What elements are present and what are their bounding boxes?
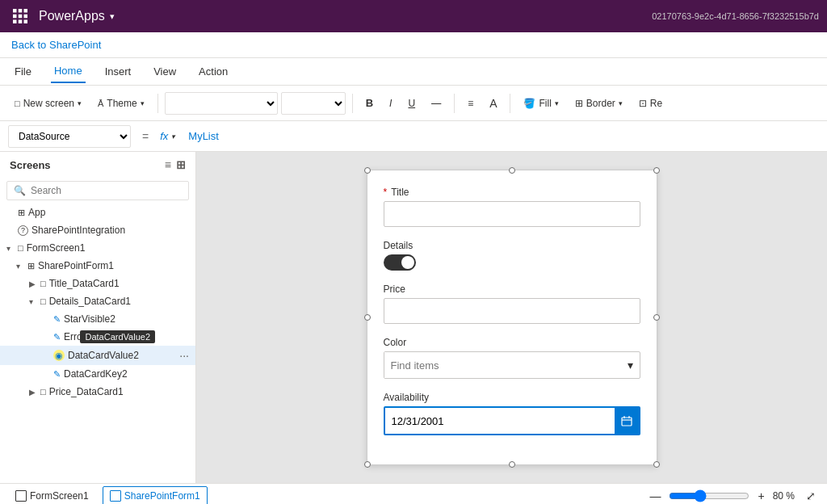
align-left-button[interactable]: ≡	[461, 90, 480, 116]
handle-top-right[interactable]	[653, 167, 660, 174]
bold-button[interactable]: B	[359, 90, 380, 116]
fx-label: fx	[160, 130, 168, 142]
app-chevron-icon[interactable]: ▾	[110, 11, 115, 22]
color-select-input[interactable]	[384, 352, 621, 378]
app-icon: ⊞	[18, 208, 25, 218]
tree-item-starvisible2[interactable]: ✎ StarVisible2	[0, 310, 195, 328]
formula-property-select[interactable]: DataSource	[9, 126, 130, 147]
strikethrough-button[interactable]: —	[425, 90, 447, 116]
more-options-icon[interactable]: ···	[179, 349, 189, 362]
zoom-slider[interactable]	[669, 489, 749, 502]
status-tab-formscreen1[interactable]: FormScreen1	[8, 486, 96, 505]
toggle-thumb	[401, 256, 414, 269]
list-view-icon[interactable]: ≡	[165, 158, 171, 171]
italic-button[interactable]: I	[383, 90, 398, 116]
price-input[interactable]	[384, 298, 640, 324]
screens-title: Screens	[10, 159, 51, 171]
svg-rect-8	[24, 20, 28, 24]
handle-top-center[interactable]	[509, 167, 515, 174]
tree-item-title-datacard1[interactable]: ▶ □ Title_DataCard1	[0, 275, 195, 292]
divider-1	[157, 94, 158, 113]
left-panel: Screens ≡ ⊞ 🔍 ⊞ App ? SharePointIntegrat…	[0, 152, 196, 483]
handle-top-left[interactable]	[364, 167, 371, 174]
title-datacard1-chevron-icon[interactable]: ▶	[29, 279, 37, 288]
title-bar: PowerApps ▾ 02170763-9e2c-4d71-8656-7f32…	[0, 0, 827, 32]
status-bar: FormScreen1 SharePointForm1 — + 80 % ⤢	[0, 483, 827, 504]
tree-item-formscreen1[interactable]: ▾ □ FormScreen1	[0, 239, 195, 257]
tree-area: ⊞ App ? SharePointIntegration ▾ □ FormSc…	[0, 204, 195, 483]
border-button[interactable]: ⊞ Border ▾	[569, 90, 629, 116]
app-grid-button[interactable]	[8, 4, 32, 28]
handle-mid-right[interactable]	[653, 314, 660, 321]
price-datacard1-chevron-icon[interactable]: ▶	[29, 388, 37, 397]
availability-field: Availability	[384, 392, 640, 435]
app-name: PowerApps ▾	[39, 9, 115, 23]
search-box: 🔍	[6, 181, 189, 200]
svg-rect-4	[19, 15, 23, 19]
tree-item-datacardvalue2[interactable]: ◉ DataCardValue2 ···	[0, 346, 195, 365]
datacardvalue2-icon: ◉	[53, 350, 65, 361]
underline-button[interactable]: U	[401, 90, 422, 116]
new-screen-button[interactable]: □ New screen ▾	[8, 90, 88, 116]
svg-rect-0	[13, 9, 17, 13]
tooltip-badge: DataCardValue2	[80, 330, 155, 343]
menu-action[interactable]: Action	[195, 61, 231, 82]
reorder-button[interactable]: ⊡ Re	[632, 90, 669, 116]
starvisible2-icon: ✎	[53, 314, 61, 325]
new-screen-icon: □	[15, 99, 20, 108]
color-select-container[interactable]: ▾	[384, 351, 640, 379]
menu-bar: File Home Insert View Action	[0, 58, 827, 86]
zoom-in-button[interactable]: +	[754, 488, 767, 504]
tree-item-sharepointintegration[interactable]: ? SharePointIntegration	[0, 221, 195, 239]
formscreen1-tab-icon	[15, 490, 27, 502]
calendar-icon-button[interactable]	[615, 408, 639, 434]
back-to-sharepoint-link[interactable]: Back to SharePoint	[11, 39, 101, 51]
align-center-button[interactable]: A	[483, 90, 503, 116]
menu-view[interactable]: View	[150, 61, 179, 82]
font-family-select[interactable]	[165, 92, 278, 115]
menu-file[interactable]: File	[11, 61, 35, 82]
handle-bot-right[interactable]	[653, 461, 660, 468]
tree-item-sharepointform1[interactable]: ▾ ⊞ SharePointForm1	[0, 257, 195, 275]
details-field: Details	[384, 240, 640, 271]
formula-input[interactable]	[182, 128, 819, 144]
formula-property-select-container: DataSource	[8, 125, 131, 148]
fill-icon: 🪣	[523, 98, 535, 109]
menu-insert[interactable]: Insert	[102, 61, 135, 82]
search-input[interactable]	[31, 185, 182, 196]
theme-chevron-icon: ▾	[141, 99, 145, 107]
tree-item-datacardkey2[interactable]: ✎ DataCardKey2	[0, 365, 195, 383]
handle-bot-left[interactable]	[364, 461, 371, 468]
grid-view-icon[interactable]: ⊞	[176, 158, 186, 171]
status-tab-sharepointform1[interactable]: SharePointForm1	[103, 486, 208, 505]
color-field: Color ▾	[384, 337, 640, 379]
handle-bot-center[interactable]	[509, 461, 515, 468]
color-dropdown-icon[interactable]: ▾	[621, 359, 640, 372]
title-input[interactable]	[384, 201, 640, 227]
title-datacard1-icon: □	[40, 279, 46, 288]
fx-button[interactable]: fx ▾	[160, 130, 175, 142]
zoom-out-button[interactable]: —	[646, 488, 664, 504]
menu-home[interactable]: Home	[51, 60, 86, 83]
price-field: Price	[384, 284, 640, 324]
details-toggle-container	[384, 254, 640, 271]
theme-button[interactable]: Ā Theme ▾	[91, 90, 151, 116]
details-toggle[interactable]	[384, 254, 416, 271]
formscreen1-chevron-icon[interactable]: ▾	[6, 244, 15, 253]
svg-rect-5	[24, 15, 28, 19]
tree-item-price-datacard1[interactable]: ▶ □ Price_DataCard1	[0, 383, 195, 401]
tree-item-errormessage[interactable]: ✎ ErrorM... DataCardValue2	[0, 328, 195, 346]
details-datacard1-chevron-icon[interactable]: ▾	[29, 297, 37, 306]
border-chevron-icon: ▾	[619, 99, 623, 107]
date-input[interactable]	[385, 408, 615, 434]
tree-item-app[interactable]: ⊞ App	[0, 204, 195, 221]
fit-screen-button[interactable]: ⤢	[803, 488, 819, 504]
formscreen1-icon: □	[18, 243, 23, 253]
handle-mid-left[interactable]	[364, 314, 371, 321]
font-size-select[interactable]	[281, 92, 346, 115]
sharepointform1-chevron-icon[interactable]: ▾	[16, 262, 24, 271]
tree-item-details-datacard1[interactable]: ▾ □ Details_DataCard1	[0, 292, 195, 310]
svg-rect-3	[13, 15, 17, 19]
sharepointform1-icon: ⊞	[27, 261, 35, 271]
fill-button[interactable]: 🪣 Fill ▾	[517, 90, 565, 116]
